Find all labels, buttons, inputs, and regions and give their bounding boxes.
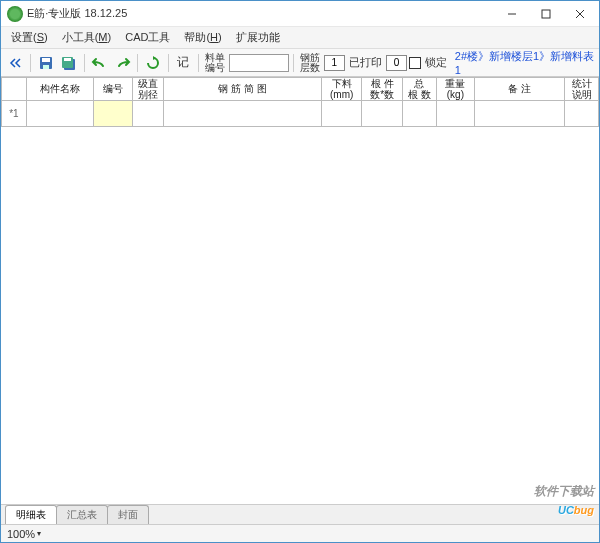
undo-button[interactable]	[89, 52, 110, 74]
menu-ext[interactable]: 扩展功能	[230, 28, 286, 47]
menu-tools[interactable]: 小工具(M)	[56, 28, 118, 47]
col-remark[interactable]: 备 注	[475, 78, 565, 101]
close-button[interactable]	[563, 2, 597, 26]
material-no-input[interactable]	[229, 54, 289, 72]
lock-label: 锁定	[423, 55, 449, 70]
col-diameter[interactable]: 级直别径	[132, 78, 164, 101]
rebar-layers-value[interactable]: 1	[324, 55, 345, 71]
col-total[interactable]: 总根 数	[402, 78, 436, 101]
cell-name[interactable]	[26, 101, 94, 127]
refresh-button[interactable]	[142, 52, 163, 74]
svg-rect-9	[64, 58, 71, 61]
col-pieces[interactable]: 根 件数*数	[362, 78, 403, 101]
zoom-dropdown-icon[interactable]: ▾	[37, 529, 41, 538]
breadcrumb[interactable]: 2#楼》新增楼层1》新增料表1	[451, 49, 595, 76]
table-row[interactable]: *1	[2, 101, 599, 127]
row-index: *1	[2, 101, 27, 127]
cell-pieces[interactable]	[362, 101, 403, 127]
printed-count[interactable]: 0	[386, 55, 407, 71]
col-shape[interactable]: 钢 筋 简 图	[164, 78, 322, 101]
grid-empty-area[interactable]	[1, 127, 599, 504]
svg-rect-6	[43, 65, 49, 69]
menu-cad[interactable]: CAD工具	[119, 28, 176, 47]
tab-cover[interactable]: 封面	[107, 505, 149, 524]
redo-button[interactable]	[112, 52, 133, 74]
col-stat[interactable]: 统计说明	[565, 78, 599, 101]
svg-rect-5	[42, 58, 50, 62]
cell-shape[interactable]	[164, 101, 322, 127]
app-icon	[7, 6, 23, 22]
maximize-button[interactable]	[529, 2, 563, 26]
sheet-tabs: 明细表 汇总表 封面	[1, 504, 599, 524]
cell-no[interactable]	[94, 101, 132, 127]
zoom-level[interactable]: 100%	[7, 528, 35, 540]
cell-total[interactable]	[402, 101, 436, 127]
save-button[interactable]	[35, 52, 56, 74]
material-no-label: 料单编号	[203, 53, 227, 73]
tab-summary[interactable]: 汇总表	[56, 505, 108, 524]
svg-rect-1	[542, 10, 550, 18]
window-title: E筋·专业版 18.12.25	[27, 6, 495, 21]
save-all-button[interactable]	[59, 52, 80, 74]
menu-settings[interactable]: 设置(S)	[5, 28, 54, 47]
collapse-left-button[interactable]	[5, 52, 26, 74]
statusbar: 100% ▾	[1, 524, 599, 542]
tab-detail[interactable]: 明细表	[5, 505, 57, 524]
toolbar: 记 料单编号 钢筋层数 1 已打印 0 锁定 2#楼》新增楼层1》新增料表1	[1, 49, 599, 77]
cell-remark[interactable]	[475, 101, 565, 127]
titlebar: E筋·专业版 18.12.25	[1, 1, 599, 27]
data-grid[interactable]: 构件名称 编号 级直别径 钢 筋 简 图 下料(mm) 根 件数*数 总根 数 …	[1, 77, 599, 504]
col-weight[interactable]: 重量(kg)	[436, 78, 474, 101]
col-cutlen[interactable]: 下料(mm)	[321, 78, 362, 101]
minimize-button[interactable]	[495, 2, 529, 26]
menu-help[interactable]: 帮助(H)	[178, 28, 227, 47]
rebar-layers-label: 钢筋层数	[298, 53, 322, 73]
printed-label: 已打印	[347, 55, 384, 70]
cell-diameter[interactable]	[132, 101, 164, 127]
col-name[interactable]: 构件名称	[26, 78, 94, 101]
cell-cutlen[interactable]	[321, 101, 362, 127]
note-button[interactable]: 记	[172, 52, 193, 74]
col-rownum	[2, 78, 27, 101]
cell-weight[interactable]	[436, 101, 474, 127]
col-no[interactable]: 编号	[94, 78, 132, 101]
cell-stat[interactable]	[565, 101, 599, 127]
menubar: 设置(S) 小工具(M) CAD工具 帮助(H) 扩展功能	[1, 27, 599, 49]
lock-checkbox[interactable]	[409, 57, 421, 69]
